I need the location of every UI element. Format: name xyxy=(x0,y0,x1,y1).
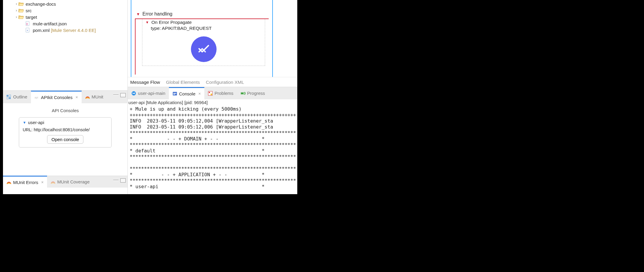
tab-label: user-api-main xyxy=(138,91,165,96)
svg-rect-12 xyxy=(173,94,175,95)
twisty-icon[interactable]: › xyxy=(14,8,18,13)
tab-user-api-main[interactable]: user-api-main xyxy=(128,87,169,100)
tab-label: MUnit Coverage xyxy=(57,179,89,184)
munit-icon xyxy=(51,180,55,184)
tree-label: src xyxy=(26,8,32,13)
svg-text:x: x xyxy=(27,29,28,32)
tab-label: APIkit Consoles xyxy=(41,95,73,100)
tab-munit-coverage[interactable]: MUnit Coverage xyxy=(47,176,93,188)
mule-config-icon xyxy=(131,91,136,96)
folder-open-icon xyxy=(18,1,24,6)
panel-title: API Consoles xyxy=(7,108,123,113)
bottom-right-tabstrip: user-api-main Console × Problems xyxy=(128,87,297,99)
tab-apikit-consoles[interactable]: api APIkit Consoles × xyxy=(31,91,82,103)
outline-icon xyxy=(7,95,11,99)
tab-outline[interactable]: Outline xyxy=(3,91,31,103)
tree-item-mule-artifact[interactable]: {} mule-artifact.json xyxy=(6,20,126,27)
minimize-view-icon[interactable] xyxy=(113,95,119,96)
svg-rect-6 xyxy=(7,97,8,99)
lower-left-tabstrip: Outline api APIkit Consoles × MUnit xyxy=(3,90,127,103)
caret-down-icon[interactable]: ▼ xyxy=(145,20,149,24)
svg-rect-17 xyxy=(241,93,244,94)
tab-munit-errors[interactable]: MUnit Errors × xyxy=(3,176,47,188)
tab-label: MUnit Errors xyxy=(13,180,38,185)
tree-label: exchange-docs xyxy=(26,1,56,7)
maximize-view-icon[interactable] xyxy=(120,178,126,183)
tab-global-elements[interactable]: Global Elements xyxy=(166,78,200,86)
apikit-consoles-panel: API Consoles ▼ user-api URL: http://loca… xyxy=(3,103,127,176)
svg-rect-15 xyxy=(211,94,212,95)
scope-name: On Error Propagate xyxy=(151,20,192,25)
tab-console[interactable]: Console × xyxy=(169,87,204,100)
folder-open-icon xyxy=(18,8,24,13)
caret-down-icon[interactable]: ▼ xyxy=(136,12,140,16)
twisty-icon[interactable]: › xyxy=(14,15,18,19)
api-name: user-api xyxy=(28,120,44,125)
minimize-view-icon[interactable] xyxy=(113,180,119,181)
scope-type: type: APIKIT:BAD_REQUEST xyxy=(151,26,262,31)
twisty-icon[interactable]: › xyxy=(14,2,18,6)
console-process-label: user-api [Mule Applications] [pid: 96964… xyxy=(128,99,297,106)
svg-text:api: api xyxy=(35,96,38,99)
transform-icon xyxy=(197,43,210,55)
api-console-card: ▼ user-api URL: http://localhost:8081/co… xyxy=(19,117,112,148)
xml-file-icon: x xyxy=(26,28,31,33)
json-file-icon: {} xyxy=(26,21,31,26)
tree-item-exchange-docs[interactable]: › exchange-docs xyxy=(6,1,126,7)
progress-icon xyxy=(241,91,245,96)
ide-window: › exchange-docs › src › xyxy=(3,0,297,194)
on-error-propagate-scope[interactable]: ▼ On Error Propagate type: APIKIT:BAD_RE… xyxy=(142,19,265,66)
tab-progress[interactable]: Progress xyxy=(237,87,269,100)
console-icon xyxy=(172,91,177,96)
munit-errors-panel xyxy=(3,188,127,194)
editor-bottom-tabs: Message Flow Global Elements Configurati… xyxy=(128,77,297,87)
svg-rect-11 xyxy=(173,93,176,94)
tree-item-pom[interactable]: x pom.xml [Mule Server 4.4.0 EE] xyxy=(6,27,126,33)
tree-item-src[interactable]: › src xyxy=(6,7,126,14)
transform-message-component[interactable] xyxy=(191,36,217,62)
error-handling-body: ▼ On Error Propagate type: APIKIT:BAD_RE… xyxy=(135,19,269,75)
tab-problems[interactable]: Problems xyxy=(204,87,237,100)
tab-message-flow[interactable]: Message Flow xyxy=(130,78,160,86)
tab-label: Console xyxy=(179,91,195,96)
tree-label: mule-artifact.json xyxy=(33,21,67,26)
tab-configuration-xml[interactable]: Configuration XML xyxy=(206,78,244,86)
project-explorer[interactable]: › exchange-docs › src › xyxy=(3,0,127,90)
open-console-button[interactable]: Open console xyxy=(47,135,84,144)
api-icon: api xyxy=(35,95,39,100)
tree-label: pom.xml xyxy=(33,28,50,33)
svg-rect-4 xyxy=(7,95,8,97)
right-column: ▼ Error handling ▼ On Error Propagate ty… xyxy=(128,0,297,194)
flow-canvas[interactable]: ▼ Error handling ▼ On Error Propagate ty… xyxy=(131,0,273,77)
tree-decorator: [Mule Server 4.4.0 EE] xyxy=(51,28,96,33)
tab-label: Progress xyxy=(247,91,265,96)
svg-rect-5 xyxy=(9,95,11,97)
svg-text:{}: {} xyxy=(26,22,28,25)
caret-down-icon[interactable]: ▼ xyxy=(23,120,26,125)
tab-label: Outline xyxy=(13,94,27,99)
console-panel[interactable]: user-api [Mule Applications] [pid: 96964… xyxy=(128,99,297,194)
close-icon[interactable]: × xyxy=(41,180,43,185)
munit-icon xyxy=(85,95,90,99)
maximize-view-icon[interactable] xyxy=(120,93,126,97)
console-output[interactable]: + Mule is up and kicking (every 5000ms) … xyxy=(128,106,297,194)
svg-rect-7 xyxy=(9,97,11,99)
close-icon[interactable]: × xyxy=(198,91,201,96)
folder-open-icon xyxy=(18,15,24,19)
tab-munit[interactable]: MUnit xyxy=(82,91,107,103)
api-url: URL: http://localhost:8081/console/ xyxy=(23,127,108,132)
left-column: › exchange-docs › src › xyxy=(3,0,128,194)
error-handling-title: Error handling xyxy=(142,11,172,17)
munit-icon xyxy=(7,180,11,185)
svg-point-14 xyxy=(209,92,210,93)
tree-label: target xyxy=(26,15,37,20)
problems-icon xyxy=(208,91,213,96)
close-icon[interactable]: × xyxy=(75,95,78,100)
tree-item-target[interactable]: › target xyxy=(6,14,126,20)
flow-editor[interactable]: ▼ Error handling ▼ On Error Propagate ty… xyxy=(128,0,297,77)
lower-left-tabstrip-2: MUnit Errors × MUnit Coverage xyxy=(3,176,127,188)
tab-label: Problems xyxy=(214,91,233,96)
tab-label: MUnit xyxy=(92,94,103,99)
